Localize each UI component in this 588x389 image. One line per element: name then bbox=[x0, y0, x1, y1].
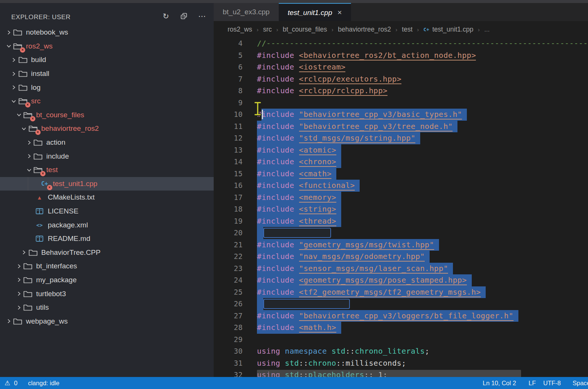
line-number: 13 bbox=[214, 144, 243, 156]
tree-file-test_unit1.cpp[interactable]: C+×test_unit1.cpp bbox=[0, 177, 214, 191]
indent-guide bbox=[28, 177, 28, 191]
tab-bt_u2_ex3.cpp[interactable]: bt_u2_ex3.cpp bbox=[214, 3, 279, 21]
code-line-10[interactable]: 10#include "behaviortree_cpp_v3/basic_ty… bbox=[214, 109, 588, 121]
tree-item-label: CMakeLists.txt bbox=[48, 193, 95, 201]
code-line-15[interactable]: 15#include <cmath> bbox=[214, 168, 588, 180]
breadcrumb-item-test[interactable]: test bbox=[402, 26, 412, 33]
tree-folder-action[interactable]: action bbox=[0, 136, 214, 150]
tree-folder-behaviortree_ros2[interactable]: ×behaviortree_ros2 bbox=[0, 122, 214, 136]
code-line-24[interactable]: 24#include <geometry_msgs/msg/pose_stamp… bbox=[214, 274, 588, 286]
tree-folder-my_package[interactable]: my_package bbox=[0, 273, 214, 287]
breadcrumb-item-test_unit1.cpp[interactable]: test_unit1.cpp bbox=[432, 26, 473, 33]
tree-folder-src[interactable]: ×src bbox=[0, 94, 214, 108]
collapse-all-icon[interactable] bbox=[179, 11, 189, 21]
code-line-17[interactable]: 17#include <memory> bbox=[214, 192, 588, 204]
chevron-right-icon[interactable] bbox=[25, 153, 33, 160]
folder-icon bbox=[13, 28, 23, 36]
horizontal-scrollbar[interactable] bbox=[257, 370, 521, 377]
refresh-icon[interactable]: ↻ bbox=[161, 11, 171, 21]
chevron-right-icon[interactable] bbox=[15, 304, 23, 311]
chevron-down-icon[interactable] bbox=[10, 98, 18, 104]
code-line-21[interactable]: 21#include "geometry_msgs/msg/twist.hpp" bbox=[214, 239, 588, 251]
tree-folder-BehaviorTree.CPP[interactable]: BehaviorTree.CPP bbox=[0, 246, 214, 260]
tree-folder-test[interactable]: ×test bbox=[0, 163, 214, 177]
chevron-right-icon[interactable] bbox=[10, 56, 18, 63]
tree-file-LICENSE[interactable]: LICENSE bbox=[0, 204, 214, 218]
code-line-14[interactable]: 14#include <chrono> bbox=[214, 156, 588, 168]
code-line-6[interactable]: 6#include <iostream> bbox=[214, 61, 588, 73]
code-line-8[interactable]: 8#include <rclcpp/rclcpp.hpp> bbox=[214, 85, 588, 97]
code-line-23[interactable]: 23#include "sensor_msgs/msg/laser_scan.h… bbox=[214, 263, 588, 275]
breadcrumb-item-...[interactable]: ... bbox=[484, 26, 490, 33]
chevron-down-icon[interactable] bbox=[15, 112, 23, 118]
code-line-20[interactable]: 20 bbox=[214, 227, 588, 239]
tree-folder-build[interactable]: build bbox=[0, 53, 214, 67]
problems-indicator[interactable]: ⚠ 0 bbox=[5, 379, 17, 387]
chevron-right-icon[interactable] bbox=[15, 263, 23, 269]
code-line-9[interactable]: 9 bbox=[214, 97, 588, 109]
line-content: #include "nav_msgs/msg/odometry.hpp" bbox=[243, 251, 430, 263]
explorer-title: EXPLORER: USER bbox=[11, 14, 71, 21]
code-line-12[interactable]: 12#include "std_msgs/msg/string.hpp" bbox=[214, 132, 588, 144]
code-line-19[interactable]: 19#include <thread> bbox=[214, 215, 588, 227]
tree-file-CMakeLists.txt[interactable]: ▲CMakeLists.txt bbox=[0, 191, 214, 204]
tab-test_unit1.cpp[interactable]: test_unit1.cpp× bbox=[279, 3, 351, 21]
line-content: #include <math.h> bbox=[243, 322, 341, 334]
tree-folder-include[interactable]: include bbox=[0, 149, 214, 163]
code-line-13[interactable]: 13#include <atomic> bbox=[214, 144, 588, 156]
status-cursor-position[interactable]: Ln 10, Col 2 bbox=[483, 377, 516, 389]
status-eol[interactable]: LF bbox=[529, 377, 536, 389]
chevron-down-icon[interactable] bbox=[25, 166, 33, 173]
code-line-4[interactable]: 4//-------------------------------------… bbox=[214, 38, 588, 50]
chevron-right-icon[interactable] bbox=[25, 139, 33, 146]
tree-file-package.xml[interactable]: <>package.xml bbox=[0, 218, 214, 232]
tree-folder-utils[interactable]: utils bbox=[0, 301, 214, 315]
tree-item-label: build bbox=[31, 56, 46, 64]
more-actions-icon[interactable]: ⋯ bbox=[197, 11, 207, 21]
status-encoding[interactable]: UTF-8 bbox=[543, 377, 561, 389]
chevron-right-icon[interactable] bbox=[5, 318, 13, 325]
code-line-25[interactable]: 25#include <tf2_geometry_msgs/tf2_geomet… bbox=[214, 286, 588, 298]
code-line-26[interactable]: 26 bbox=[214, 298, 588, 310]
chevron-down-icon[interactable] bbox=[20, 125, 28, 132]
code-line-5[interactable]: 5#include <behaviortree_ros2/bt_action_n… bbox=[214, 50, 588, 62]
code-line-7[interactable]: 7#include <rclcpp/executors.hpp> bbox=[214, 73, 588, 85]
tree-item-label: my_package bbox=[36, 276, 77, 284]
tree-folder-webpage_ws[interactable]: webpage_ws bbox=[0, 314, 214, 328]
clangd-status[interactable]: clangd: idle bbox=[28, 380, 59, 387]
status-indentation[interactable]: Spaces bbox=[573, 377, 588, 389]
tree-folder-ros2_ws[interactable]: ×ros2_ws bbox=[0, 39, 214, 53]
code-line-18[interactable]: 18#include <string> bbox=[214, 203, 588, 215]
close-icon[interactable]: × bbox=[337, 4, 342, 21]
chevron-right-icon[interactable] bbox=[5, 29, 13, 36]
code-line-27[interactable]: 27#include "behaviortree_cpp_v3/loggers/… bbox=[214, 310, 588, 322]
tree-folder-bt_interfaces[interactable]: bt_interfaces bbox=[0, 259, 214, 273]
code-line-22[interactable]: 22#include "nav_msgs/msg/odometry.hpp" bbox=[214, 251, 588, 263]
code-line-31[interactable]: 31using std::chrono::milliseconds; bbox=[214, 357, 588, 369]
chevron-right-icon[interactable] bbox=[15, 277, 23, 283]
breadcrumb-item-behaviortree_ros2[interactable]: behaviortree_ros2 bbox=[338, 26, 391, 33]
breadcrumb-item-ros2_ws[interactable]: ros2_ws bbox=[228, 26, 252, 33]
tree-file-README.md[interactable]: README.md bbox=[0, 232, 214, 246]
chevron-right-icon[interactable] bbox=[10, 70, 18, 77]
tree-folder-log[interactable]: log bbox=[0, 80, 214, 94]
code-line-16[interactable]: 16#include <functional> bbox=[214, 180, 588, 192]
chevron-right-icon[interactable] bbox=[15, 291, 23, 297]
chevron-down-icon[interactable] bbox=[5, 43, 13, 50]
code-line-11[interactable]: 11#include "behaviortree_cpp_v3/tree_nod… bbox=[214, 121, 588, 133]
breadcrumb-item-bt_course_files[interactable]: bt_course_files bbox=[283, 26, 327, 33]
tree-folder-turtlebot3[interactable]: turtlebot3 bbox=[0, 287, 214, 301]
status-bar: ⚠ 0 clangd: idle Ln 10, Col 2LFUTF-8Spac… bbox=[0, 377, 588, 389]
breadcrumb-item-src[interactable]: src bbox=[263, 26, 272, 33]
tree-folder-notebook_ws[interactable]: notebook_ws bbox=[0, 26, 214, 39]
tree-folder-bt_course_files[interactable]: ×bt_course_files bbox=[0, 108, 214, 122]
code-line-28[interactable]: 28#include <math.h> bbox=[214, 322, 588, 334]
tree-folder-install[interactable]: install bbox=[0, 67, 214, 81]
line-number: 16 bbox=[214, 180, 243, 192]
chevron-right-icon[interactable] bbox=[10, 84, 18, 91]
code-line-30[interactable]: 30using namespace std::chrono_literals; bbox=[214, 345, 588, 357]
code-editor[interactable]: 4//-------------------------------------… bbox=[214, 38, 588, 377]
error-badge: × bbox=[47, 185, 52, 190]
chevron-right-icon[interactable] bbox=[20, 249, 28, 256]
code-line-29[interactable]: 29 bbox=[214, 334, 588, 346]
